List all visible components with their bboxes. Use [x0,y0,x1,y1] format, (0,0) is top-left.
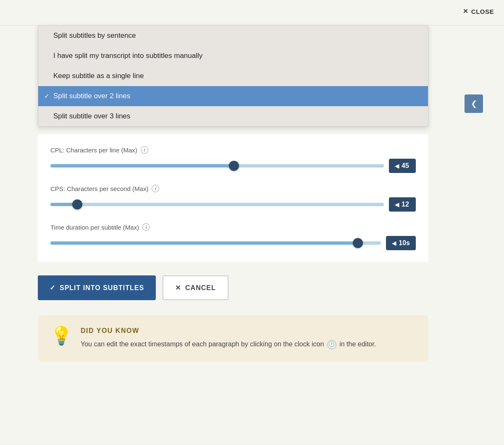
dropdown-option-manually[interactable]: I have split my transcript into subtitle… [38,46,428,66]
main-content: Split subtitles by sentence I have split… [0,8,504,378]
split-check-icon: ✓ [50,284,55,292]
cancel-button[interactable]: ✕ CANCEL [163,275,228,300]
cpl-fill [50,164,234,168]
did-you-know-box: 💡 DID YOU KNOW You can edit the exact ti… [38,315,428,361]
dropdown-list: Split subtitles by sentence I have split… [38,25,428,127]
cps-arrow: ◀ [395,202,399,208]
time-info-icon[interactable]: i [142,223,150,231]
time-label: Time duration per subtitle (Max) i [50,223,416,231]
cpl-thumb[interactable] [229,161,239,171]
time-slider-row: ◀ 10s [50,236,416,250]
selected-checkmark: ✓ [44,92,50,100]
cps-label-text: CPS: Characters per second (Max) [50,185,148,192]
cpl-label: CPL: Characters per line (Max) i [50,146,416,154]
time-slider-group: Time duration per subtitle (Max) i ◀ 10s [50,223,416,250]
dropdown-option-single-line[interactable]: Keep subtitle as a single line [38,66,428,86]
time-track[interactable] [50,241,381,245]
cpl-value-text: 45 [402,162,409,170]
lightbulb-icon: 💡 [50,325,72,346]
cps-thumb[interactable] [72,199,82,209]
close-label: CLOSE [471,8,494,15]
did-you-know-text-part1: You can edit the exact timestamps of eac… [81,340,324,348]
dropdown-container: Split subtitles by sentence I have split… [38,25,466,127]
did-you-know-body: You can edit the exact timestamps of eac… [81,339,376,350]
cancel-x-icon: ✕ [175,284,181,292]
cps-value: ◀ 12 [389,197,416,212]
close-icon: ✕ [463,8,469,15]
cps-label: CPS: Characters per second (Max) i [50,185,416,192]
cps-info-icon[interactable]: i [152,185,159,192]
cpl-label-text: CPL: Characters per line (Max) [50,147,137,154]
dropdown-option-2-lines[interactable]: ✓ Split subtitle over 2 lines [38,86,428,106]
dropdown-option-label: Keep subtitle as a single line [53,72,144,80]
time-value-text: 10s [399,239,410,247]
cpl-slider-row: ◀ 45 [50,159,416,173]
cps-value-text: 12 [402,201,409,208]
sliders-section: CPL: Characters per line (Max) i ◀ 45 CP… [38,134,428,262]
did-you-know-text: DID YOU KNOW You can edit the exact time… [81,327,376,350]
dropdown-option-3-lines[interactable]: Split subtitle over 3 lines [38,106,428,126]
buttons-row: ✓ SPLIT INTO SUBTITLES ✕ CANCEL [38,275,428,300]
split-label: SPLIT INTO SUBTITLES [60,284,144,292]
close-button[interactable]: ✕ CLOSE [463,8,494,15]
dropdown-option-label: Split subtitle over 3 lines [53,112,130,120]
clock-inline-icon: 🕐 [327,340,336,349]
split-into-subtitles-button[interactable]: ✓ SPLIT INTO SUBTITLES [38,275,156,300]
chevron-down-icon: ❮ [471,99,477,108]
cps-slider-group: CPS: Characters per second (Max) i ◀ 12 [50,185,416,212]
dropdown-trigger[interactable]: ❮ [465,94,483,113]
did-you-know-text-part2: in the editor. [339,340,376,348]
time-thumb[interactable] [353,238,363,248]
cps-slider-row: ◀ 12 [50,197,416,212]
cps-track[interactable] [50,203,384,206]
did-you-know-title: DID YOU KNOW [81,327,376,335]
dropdown-option-label: Split subtitles by sentence [53,31,136,39]
cpl-slider-group: CPL: Characters per line (Max) i ◀ 45 [50,146,416,173]
cpl-info-icon[interactable]: i [141,146,148,154]
dropdown-option-by-sentence[interactable]: Split subtitles by sentence [38,26,428,46]
time-label-text: Time duration per subtitle (Max) [50,224,139,231]
time-fill [50,241,358,245]
dropdown-option-label: Split subtitle over 2 lines [53,92,130,100]
cpl-track[interactable] [50,164,384,168]
cpl-value: ◀ 45 [389,159,416,173]
cancel-label: CANCEL [185,284,216,292]
cpl-arrow: ◀ [395,163,399,169]
dropdown-option-label: I have split my transcript into subtitle… [53,52,202,60]
time-value: ◀ 10s [386,236,416,250]
time-arrow: ◀ [392,240,396,246]
